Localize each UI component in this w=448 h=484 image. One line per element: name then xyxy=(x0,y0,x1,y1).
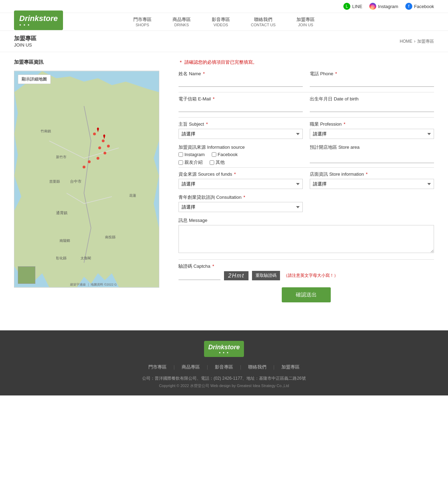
logo-area[interactable]: Drinkstore ● ● ● xyxy=(14,10,63,30)
instagram-label: Instagram xyxy=(378,4,398,9)
email-input[interactable] xyxy=(178,104,303,112)
checkbox-friend[interactable]: 親友介紹 xyxy=(178,159,203,166)
name-required: * xyxy=(203,71,205,76)
message-en: Message xyxy=(189,218,208,223)
nav-joinus-zh: 加盟專區 xyxy=(296,16,315,23)
nav-joinus-en: JOIN US xyxy=(296,23,315,27)
divider-2 xyxy=(178,117,434,118)
footer: Drinkstore ● ● ● 門市專區 ｜ 商品專區 ｜ 影音專區 ｜ 聯絡… xyxy=(0,330,448,395)
footer-company-info: 公司：普洋國際餐飲有限公司、電話：(02) 2426-1177、地址：基隆市中正… xyxy=(14,376,434,381)
subject-label-en: Subject xyxy=(189,121,204,127)
store-info-required: * xyxy=(366,171,368,177)
svg-point-3 xyxy=(107,145,110,147)
subject-select[interactable]: 請選擇 xyxy=(178,129,303,139)
svg-point-7 xyxy=(88,160,91,163)
name-label-zh: 姓名 xyxy=(178,71,188,76)
svg-text:苗栗縣: 苗栗縣 xyxy=(49,180,60,183)
footer-logo: Drinkstore ● ● ● xyxy=(14,341,434,357)
message-textarea[interactable] xyxy=(178,225,434,253)
form-section: ＊ 請確認您的必填項目皆已完整填寫。 姓名 Name * 電話 Phone * xyxy=(178,59,434,302)
nav-item-joinus[interactable]: 加盟專區 JOIN US xyxy=(296,16,315,27)
breadcrumb-home[interactable]: HOME xyxy=(400,39,412,44)
other-check-label: 其他 xyxy=(216,159,225,166)
footer-copyright: Copyright © 2022 水營堂公司 Web design by Gre… xyxy=(14,383,434,388)
footer-nav-sep-3: ｜ xyxy=(238,364,243,370)
svg-text:花蓮: 花蓮 xyxy=(129,194,136,197)
friend-checkbox[interactable] xyxy=(178,160,183,165)
checkbox-instagram[interactable]: Instagram xyxy=(178,152,205,157)
nav-item-shops[interactable]: 門市專區 SHOPS xyxy=(133,16,152,27)
submit-button[interactable]: 確認送出 xyxy=(282,287,331,302)
name-group: 姓名 Name * xyxy=(178,71,303,87)
captcha-input[interactable] xyxy=(178,272,220,280)
checkbox-facebook[interactable]: Facebook xyxy=(212,152,238,157)
profession-select[interactable]: 請選擇 xyxy=(310,129,434,139)
instagram-link[interactable]: ◎ Instagram xyxy=(369,3,398,10)
name-input[interactable] xyxy=(178,78,303,87)
nav-videos-en: VIDEOS xyxy=(212,23,230,27)
message-zh: 訊息 xyxy=(178,218,188,223)
breadcrumb: HOME › 加盟專區 xyxy=(400,38,434,44)
footer-nav-shops[interactable]: 門市專區 xyxy=(148,364,167,370)
svg-text:通霄鎮: 通霄鎮 xyxy=(56,211,68,215)
footer-nav-joinus[interactable]: 加盟專區 xyxy=(281,364,300,370)
line-icon: L xyxy=(343,3,350,10)
email-group: 電子信箱 E-Mail * xyxy=(178,96,303,112)
footer-nav-contact[interactable]: 聯絡我們 xyxy=(248,364,266,370)
store-info-group: 店面資訊 Store information * 請選擇 xyxy=(310,171,434,189)
nav-item-drinks[interactable]: 商品專區 DRINKS xyxy=(173,16,191,27)
consultation-select[interactable]: 請選擇 xyxy=(178,202,303,212)
store-area-label: 預計開店地區 Store area xyxy=(310,144,434,150)
email-label-en: E-Mail xyxy=(198,96,211,101)
top-bar: L LINE ◎ Instagram f Facebook xyxy=(0,0,448,13)
store-info-select[interactable]: 請選擇 xyxy=(310,179,434,189)
store-area-input[interactable] xyxy=(310,155,434,163)
checkbox-other[interactable]: 其他 xyxy=(210,159,225,166)
nav-item-contact[interactable]: 聯絡我們 CONTACT US xyxy=(251,16,276,27)
name-phone-row: 姓名 Name * 電話 Phone * xyxy=(178,71,434,87)
facebook-checkbox[interactable] xyxy=(212,152,216,157)
nav-drinks-zh: 商品專區 xyxy=(173,16,191,23)
captcha-refresh-button[interactable]: 重取驗證碼 xyxy=(252,271,280,280)
page-title-area: 加盟專區 JOIN US xyxy=(14,35,36,48)
svg-point-5 xyxy=(104,152,106,154)
logo-sub: ● ● ● xyxy=(19,23,58,27)
page-title-zh: 加盟專區 xyxy=(14,35,36,42)
subject-required: * xyxy=(206,121,208,127)
line-label: LINE xyxy=(352,4,362,9)
facebook-link[interactable]: f Facebook xyxy=(405,3,434,10)
consultation-group: 青年創業貸款諮詢 Consultation * 請選擇 xyxy=(178,194,303,212)
footer-logo-box: Drinkstore ● ● ● xyxy=(204,341,244,357)
dob-input[interactable] xyxy=(310,104,434,112)
map-detail-button[interactable]: 顯示詳細地圖 xyxy=(18,75,51,84)
breadcrumb-current: 加盟專區 xyxy=(417,38,434,44)
other-checkbox[interactable] xyxy=(210,160,214,165)
info-source-group: 加盟資訊來源 Information source Instagram Face… xyxy=(178,144,303,166)
email-label: 電子信箱 E-Mail * xyxy=(178,96,303,102)
svg-text:新竹市: 新竹市 xyxy=(56,155,66,159)
profession-label: 職業 Profession * xyxy=(310,121,434,127)
checkboxes-row2: 親友介紹 其他 xyxy=(178,159,303,166)
divider-1 xyxy=(178,92,434,92)
section-label: 加盟專區資訊 xyxy=(14,59,164,65)
facebook-label: Facebook xyxy=(414,4,434,9)
nav-item-videos[interactable]: 影音專區 VIDEOS xyxy=(212,16,230,27)
captcha-en: Captcha xyxy=(194,264,210,269)
profession-group: 職業 Profession * 請選擇 xyxy=(310,121,434,139)
logo-text: Drinkstore xyxy=(19,14,58,23)
funds-label-zh: 資金來源 xyxy=(178,171,197,177)
footer-nav-videos[interactable]: 影音專區 xyxy=(215,364,233,370)
svg-point-6 xyxy=(97,157,99,160)
footer-nav-drinks[interactable]: 商品專區 xyxy=(182,364,200,370)
funds-select[interactable]: 請選擇 xyxy=(178,179,303,189)
instagram-checkbox[interactable] xyxy=(178,152,183,157)
svg-point-2 xyxy=(102,140,105,142)
svg-text:建築字連線 ｜ 地圖資料 ©2022 G: 建築字連線 ｜ 地圖資料 ©2022 G xyxy=(70,283,117,287)
dob-label-zh: 出生年月日 xyxy=(310,96,332,101)
phone-input[interactable] xyxy=(310,78,434,87)
svg-text:台中市: 台中市 xyxy=(70,179,82,183)
map-container: 顯示詳細地圖 xyxy=(14,71,159,288)
svg-text:彰化縣: 彰化縣 xyxy=(56,256,66,260)
line-link[interactable]: L LINE xyxy=(343,3,362,10)
footer-nav-sep-2: ｜ xyxy=(205,364,210,370)
